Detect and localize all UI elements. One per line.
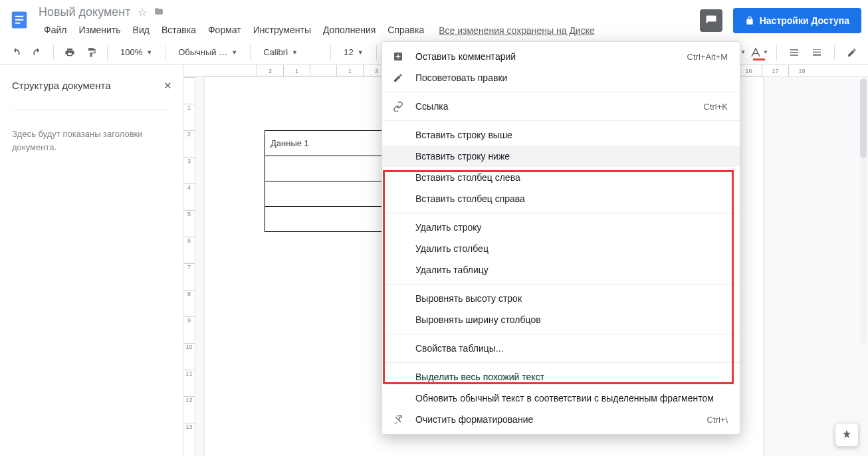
context-menu-item[interactable]: Удалить строку <box>382 217 740 238</box>
context-menu-shortcut: Ctrl+K <box>704 102 728 112</box>
context-menu-item[interactable]: СсылкаCtrl+K <box>382 96 740 117</box>
saved-status-link[interactable]: Все изменения сохранены на Диске <box>439 25 595 40</box>
table-cell[interactable] <box>265 207 394 232</box>
star-icon[interactable]: ☆ <box>138 6 147 19</box>
svg-rect-1 <box>15 16 24 17</box>
paint-format-button[interactable] <box>82 43 100 62</box>
title-area: Новый документ ☆ Файл Изменить Вид Встав… <box>39 4 429 38</box>
context-menu-item[interactable]: Вставить столбец слева <box>382 167 740 188</box>
context-menu-label: Оставить комментарий <box>415 51 677 62</box>
docs-logo-icon[interactable] <box>7 4 32 36</box>
context-menu-item[interactable]: Удалить столбец <box>382 238 740 259</box>
redo-button[interactable] <box>28 43 47 62</box>
context-menu-label: Выделить весь похожий текст <box>415 372 728 382</box>
paragraph-style-select[interactable]: Обычный …▼ <box>172 44 243 61</box>
context-menu-shortcut: Ctrl+\ <box>707 415 728 425</box>
folder-icon[interactable] <box>154 7 164 19</box>
explore-button[interactable] <box>835 423 859 447</box>
clear-format-icon <box>391 414 405 425</box>
print-button[interactable] <box>60 43 79 62</box>
context-menu-separator <box>382 213 740 213</box>
context-menu-item[interactable]: Обновить обычный текст в соответствии с … <box>382 388 740 409</box>
context-menu-label: Ссылка <box>415 101 693 112</box>
context-menu-item[interactable]: Свойства таблицы... <box>382 338 740 359</box>
undo-button[interactable] <box>7 43 25 62</box>
share-button-label: Настройки Доступа <box>760 15 849 26</box>
table-cell[interactable]: Данные 1 <box>265 131 394 156</box>
menu-edit[interactable]: Изменить <box>73 22 126 38</box>
context-menu-item[interactable]: Очистить форматированиеCtrl+\ <box>382 409 740 430</box>
context-menu-item[interactable]: Вставить строку выше <box>382 124 740 146</box>
header: Новый документ ☆ Файл Изменить Вид Встав… <box>0 0 868 40</box>
context-menu-separator <box>382 284 740 285</box>
menu-addons[interactable]: Дополнения <box>318 22 381 38</box>
table-cell[interactable] <box>265 156 394 181</box>
outline-title: Структура документа <box>12 80 171 91</box>
context-menu-label: Посоветовать правки <box>415 72 728 83</box>
context-menu-separator <box>382 362 740 363</box>
svg-rect-6 <box>813 54 821 55</box>
open-comments-button[interactable] <box>700 9 722 32</box>
menu-help[interactable]: Справка <box>382 22 429 38</box>
context-menu-separator <box>382 120 740 121</box>
svg-rect-4 <box>813 49 821 50</box>
menu-tools[interactable]: Инструменты <box>248 22 316 38</box>
context-menu-item[interactable]: Оставить комментарийCtrl+Alt+M <box>382 46 740 67</box>
share-button[interactable]: Настройки Доступа <box>733 8 861 33</box>
menu-file[interactable]: Файл <box>39 22 72 38</box>
menubar: Файл Изменить Вид Вставка Формат Инструм… <box>39 22 429 38</box>
border-style-button[interactable] <box>785 43 804 62</box>
context-menu-label: Вставить столбец слева <box>415 172 728 183</box>
text-color-button[interactable]: ▼ <box>750 43 768 62</box>
svg-rect-3 <box>15 23 21 24</box>
font-select[interactable]: Calibri▼ <box>257 44 324 61</box>
context-menu-label: Обновить обычный текст в соответствии с … <box>415 393 728 403</box>
context-menu-item[interactable]: Выровнять ширину столбцов <box>382 309 740 330</box>
context-menu-label: Удалить строку <box>415 222 728 233</box>
context-menu-item[interactable]: Посоветовать правки <box>382 67 740 88</box>
context-menu-item[interactable]: Выровнять высоту строк <box>382 288 740 309</box>
outline-close-button[interactable]: ✕ <box>163 80 172 92</box>
svg-rect-5 <box>813 51 821 52</box>
menu-insert[interactable]: Вставка <box>156 22 201 38</box>
svg-rect-2 <box>15 19 24 21</box>
plus-box-icon <box>391 51 405 62</box>
outline-panel: Структура документа ✕ Здесь будут показа… <box>0 65 183 456</box>
context-menu: Оставить комментарийCtrl+Alt+MПосоветова… <box>381 41 740 435</box>
suggest-icon <box>391 72 405 83</box>
context-menu-item[interactable]: Выделить весь похожий текст <box>382 366 740 388</box>
context-menu-item[interactable]: Вставить строку ниже <box>382 146 740 167</box>
vertical-ruler[interactable]: 12345678910111213 <box>183 77 195 456</box>
context-menu-label: Выровнять высоту строк <box>415 293 728 304</box>
menu-format[interactable]: Формат <box>203 22 247 38</box>
context-menu-label: Вставить столбец справа <box>415 193 728 204</box>
vertical-scrollbar[interactable] <box>860 78 867 344</box>
context-menu-item[interactable]: Вставить столбец справа <box>382 188 740 209</box>
context-menu-label: Вставить строку ниже <box>415 151 728 162</box>
lock-icon <box>745 16 754 25</box>
context-menu-item[interactable]: Удалить таблицу <box>382 259 740 281</box>
context-menu-label: Выровнять ширину столбцов <box>415 314 728 325</box>
context-menu-label: Очистить форматирование <box>415 414 697 425</box>
outline-divider <box>12 110 171 110</box>
border-width-button[interactable] <box>808 43 826 62</box>
context-menu-shortcut: Ctrl+Alt+M <box>687 52 728 62</box>
edit-mode-button[interactable] <box>843 43 861 62</box>
outline-placeholder: Здесь будут показаны заголовки документа… <box>12 128 171 154</box>
menu-view[interactable]: Вид <box>128 22 155 38</box>
context-menu-separator <box>382 92 740 92</box>
context-menu-separator <box>382 334 740 334</box>
table-cell[interactable] <box>265 181 394 207</box>
context-menu-label: Вставить строку выше <box>415 130 728 140</box>
document-title[interactable]: Новый документ <box>39 5 131 19</box>
context-menu-label: Свойства таблицы... <box>415 343 728 354</box>
font-size-select[interactable]: 12▼ <box>338 44 369 61</box>
context-menu-label: Удалить таблицу <box>415 265 728 275</box>
context-menu-label: Удалить столбец <box>415 243 728 254</box>
zoom-select[interactable]: 100%▼ <box>114 44 158 61</box>
link-icon <box>391 101 405 112</box>
